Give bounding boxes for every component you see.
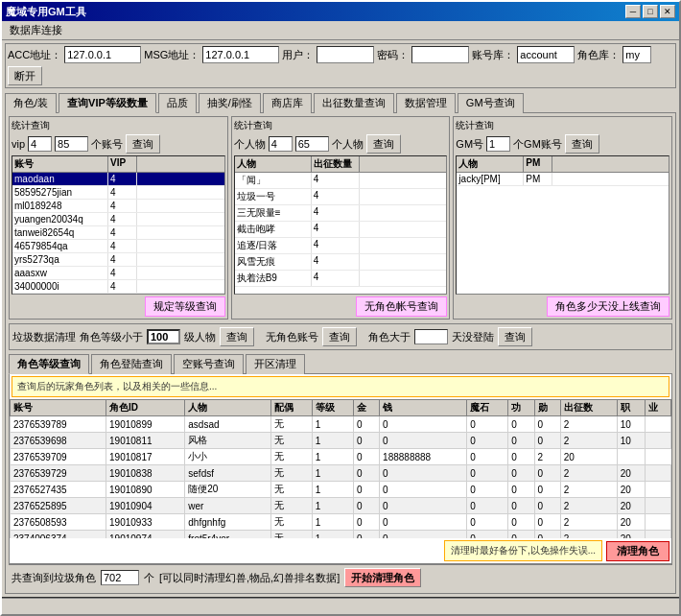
th-merit: 功	[508, 400, 534, 416]
table-row[interactable]: 237653978919010899asdsad无100000210	[11, 416, 671, 433]
no-role-btn[interactable]: 无角色帐号查询	[356, 296, 447, 317]
table-row[interactable]: 237653969819010811风格无100000210	[11, 433, 671, 449]
no-role-acc-label: 无角色账号	[266, 330, 318, 344]
addr-input[interactable]	[64, 46, 141, 63]
bottom-content-area: 查询后的玩家角色列表，以及相关的一些信息... 账号 角色ID 人物 配偶 等级	[9, 373, 672, 564]
mid-count-input[interactable]	[295, 136, 329, 152]
pwd-label: 密码：	[377, 48, 409, 62]
window-title: 魔域专用GM工具	[6, 5, 86, 19]
table-row[interactable]: 237653970919010817小小无1018888888800220	[11, 449, 671, 465]
list-item[interactable]: 三无限量≡4	[235, 205, 447, 222]
col-vip: VIP	[108, 156, 137, 172]
table-row[interactable]: 237653972919010838sefdsf无100000220	[11, 465, 671, 482]
mid-query-btn[interactable]: 查询	[366, 134, 401, 154]
list-item[interactable]: 追逐/日落4	[235, 238, 447, 254]
list-item[interactable]: tanwei82654q4	[12, 226, 224, 240]
close-btn[interactable]: ✕	[660, 5, 675, 18]
list-item[interactable]: 「闻」4	[235, 173, 447, 189]
th-person: 人物	[185, 400, 270, 416]
table-row[interactable]: 237652743519010890随便20无100000220	[11, 482, 671, 498]
list-item[interactable]: jacky[PM]PM	[457, 173, 669, 186]
total-count-input[interactable]	[101, 570, 139, 585]
btab-role-login[interactable]: 角色登陆查询	[91, 354, 172, 374]
mid-num-input[interactable]	[269, 136, 293, 152]
no-role-query-btn[interactable]: 查询	[322, 327, 357, 346]
col-person2: 人物	[457, 156, 524, 172]
list-item[interactable]: 执着法B94	[235, 271, 447, 287]
left-query-btn[interactable]: 查询	[126, 134, 160, 154]
days-input[interactable]	[414, 329, 448, 344]
clean-role-btn[interactable]: 清理角色	[606, 541, 669, 561]
level-input[interactable]	[147, 329, 180, 344]
tier-query-row: 规定等级查询	[12, 296, 225, 317]
mid-panel-title-row: 统计查询	[234, 119, 448, 132]
th-account: 账号	[11, 400, 106, 416]
gm-num-input[interactable]	[486, 136, 510, 152]
trash-section: 垃圾数据清理 角色等级小于 级人物 查询 无角色账号 查询 角色大于 天没登陆 …	[9, 323, 672, 350]
title-bar: 魔域专用GM工具 ─ □ ✕	[2, 2, 679, 21]
role-db-input[interactable]	[622, 46, 651, 63]
warn-row: 清理时最好备份下,以免操作失误... 清理角色	[10, 538, 671, 563]
list-item[interactable]: 风雪无痕4	[235, 254, 447, 271]
right-query-btn[interactable]: 查询	[565, 134, 599, 154]
tier-query-btn[interactable]: 规定等级查询	[145, 296, 225, 317]
mid-person-label: 个人物	[332, 137, 364, 152]
msg-input[interactable]	[202, 46, 279, 63]
bottom-bar: 共查询到垃圾角色 个 [可以同时清理幻兽,物品,幻兽排名数据] 开始清理角色	[9, 564, 672, 590]
bottom-tab-row: 角色等级查询 角色登陆查询 空账号查询 开区清理	[9, 353, 672, 373]
right-panel-title: 统计查询	[456, 119, 494, 132]
btab-empty-acc[interactable]: 空账号查询	[174, 354, 244, 374]
clean-info-label: [可以同时清理幻兽,物品,幻兽排名数据]	[159, 571, 340, 585]
th-gold: 金	[353, 400, 379, 416]
data-table: 账号 角色ID 人物 配偶 等级 金 钱 魔石 功 勋	[10, 399, 671, 538]
right-panel-title-row: 统计查询	[456, 119, 669, 132]
list-item[interactable]: yuangen20034q4	[12, 213, 224, 226]
left-panel-title-row: 统计查询	[12, 119, 225, 132]
vip-num-input[interactable]	[28, 136, 52, 152]
table-row[interactable]: 237652589519010904wer无100000220	[11, 498, 671, 514]
days-query-btn[interactable]: 查询	[498, 327, 532, 346]
user-input[interactable]	[317, 46, 374, 63]
minimize-btn[interactable]: ─	[625, 5, 641, 18]
list-item[interactable]: yrs5273qa4	[12, 253, 224, 267]
list-item[interactable]: 34000000i4	[12, 280, 224, 294]
tab-vip[interactable]: 查询VIP等级数量	[59, 93, 156, 113]
list-item[interactable]: ml01892484	[12, 200, 224, 213]
disconnect-btn[interactable]: 断开	[8, 66, 42, 85]
col-expedition: 出征数量	[312, 156, 360, 172]
btab-open-clean[interactable]: 开区清理	[246, 354, 305, 374]
list-item[interactable]: 58595275jian4	[12, 186, 224, 200]
table-row[interactable]: 237650859319010933dhfgnhfg无100000220	[11, 514, 671, 531]
level-query-btn[interactable]: 查询	[220, 327, 254, 346]
col-account: 账号	[12, 156, 108, 172]
list-item[interactable]: maodaan4	[12, 173, 224, 186]
table-header-row: 账号 角色ID 人物 配偶 等级 金 钱 魔石 功 勋	[11, 400, 671, 416]
tab-expedition[interactable]: 出征数量查询	[314, 93, 394, 113]
addr-label: ACC地址：	[8, 48, 61, 62]
maximize-btn[interactable]: □	[643, 5, 658, 18]
menu-db[interactable]: 数据库连接	[6, 22, 66, 38]
total-label1: 共查询到垃圾角色	[12, 571, 96, 585]
msg-label: MSG地址：	[144, 48, 200, 62]
pwd-input[interactable]	[411, 46, 469, 63]
mid-list-header: 人物 出征数量	[235, 156, 447, 173]
offline-btn[interactable]: 角色多少天没上线查询	[547, 296, 669, 317]
start-clean-btn[interactable]: 开始清理角色	[344, 568, 421, 587]
list-item[interactable]: 46579854qa4	[12, 240, 224, 253]
vip-count-input[interactable]	[55, 136, 88, 152]
list-item[interactable]: aaasxw4	[12, 267, 224, 280]
tab-lottery[interactable]: 抽奖/刷怪	[199, 93, 261, 113]
tab-data[interactable]: 数据管理	[396, 93, 456, 113]
btab-role-level[interactable]: 角色等级查询	[9, 354, 89, 374]
table-row[interactable]: 237400637419010974fret5r4yer无100000220	[11, 531, 671, 539]
tab-shop[interactable]: 商店库	[263, 93, 312, 113]
table-scroll[interactable]: 账号 角色ID 人物 配偶 等级 金 钱 魔石 功 勋	[10, 399, 671, 538]
list-item[interactable]: 垃圾一号4	[235, 189, 447, 205]
list-item[interactable]: 截击咆哮4	[235, 222, 447, 238]
offline-row: 角色多少天没上线查询	[456, 296, 669, 317]
tab-quality[interactable]: 品质	[158, 93, 197, 113]
th-expedition: 出征数	[560, 400, 617, 416]
tab-gm[interactable]: GM号查询	[458, 93, 524, 113]
tab-role[interactable]: 角色/装	[5, 93, 57, 113]
acc-db-input[interactable]	[517, 46, 575, 63]
